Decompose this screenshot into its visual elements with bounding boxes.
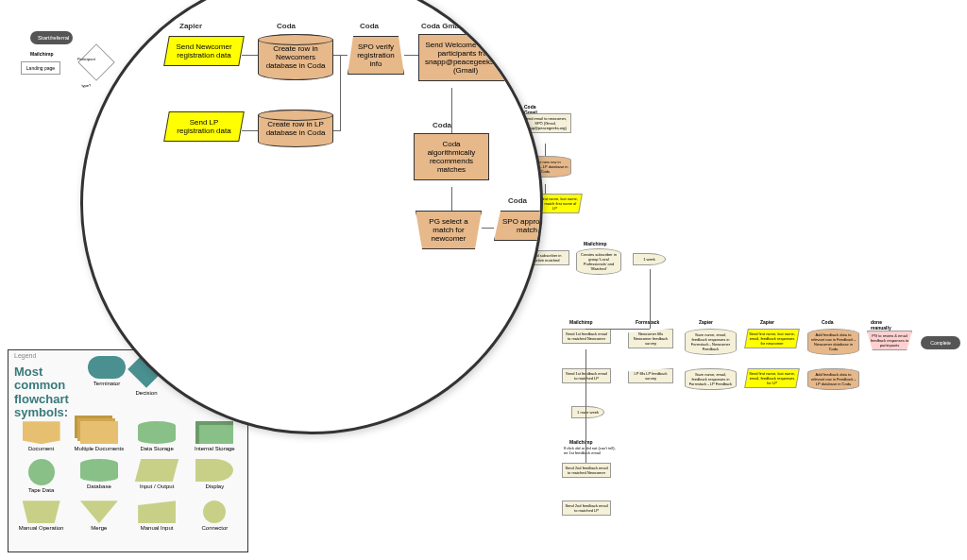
- create-subscriber-cyl: Creates subscriber in group 'Local Profe…: [576, 248, 621, 275]
- one-week-delay: 1 week: [633, 253, 666, 265]
- welcome-email-box: Send Welcome Email to participants from …: [418, 34, 513, 81]
- send-lp-data: Send LP registration data: [163, 111, 245, 142]
- mailchimp-label-2: Mailchimp: [584, 241, 606, 246]
- coda-label-3: Coda: [433, 121, 451, 129]
- zapier-label-3: Zapier: [760, 319, 774, 325]
- participant-decision: Participant type?: [77, 43, 115, 81]
- send-1st-newcomer: Send 1st feedback email to matched Newco…: [562, 329, 611, 344]
- save-lp-feedback: Save name, email, feedback responses in …: [685, 368, 737, 390]
- add-feedback-lp: Add feedback data to relevant row in Fee…: [807, 368, 859, 390]
- save-newcomer-feedback: Save name, email, feedback responses in …: [685, 329, 737, 355]
- manual-label: done manually: [871, 319, 891, 331]
- send-2nd-lp: Send 2nd feedback email to matched LP: [562, 501, 611, 516]
- newcomer-fills-survey: Newcomer fills Newcomer feedback survey: [628, 329, 673, 348]
- legend-terminator: Terminator: [88, 356, 126, 396]
- add-feedback-newcomer: Add feedback data to relevant row in Fee…: [807, 329, 859, 355]
- send-feedback-lp: Send first name, last name, email, feedb…: [744, 368, 800, 388]
- coda-label-5: Coda: [822, 319, 834, 325]
- legend-tape-data: Tape Data: [14, 459, 68, 493]
- coda-label-1: Coda: [277, 22, 296, 30]
- legend-document: Document: [14, 421, 68, 451]
- send-1st-lp: Send 1st feedback email to matched LP: [562, 368, 611, 383]
- legend-data-storage: Data Storage: [130, 421, 184, 451]
- one-more-week-delay: 1 more week: [571, 406, 604, 418]
- send-feedback-newcomer: Send first name, last name, email, feedb…: [744, 329, 800, 348]
- legend-title: Legend: [14, 352, 36, 359]
- mailchimp-label-4: Mailchimp: [569, 439, 592, 445]
- spo-verify: SPO verify registration info: [348, 36, 404, 75]
- coda-label-4: Coda: [508, 196, 527, 205]
- pg-review-box: PG to review & email feedback responses …: [867, 331, 912, 350]
- legend-display: Display: [188, 459, 242, 493]
- legend-header: Most common flowchart symbols:: [14, 365, 80, 419]
- start-terminator: Start/referral: [30, 31, 73, 44]
- spo-approves-match: SPO approves match: [494, 211, 543, 241]
- create-newcomer-row: Create row in Newcomers database in Coda: [258, 34, 333, 80]
- legend-input-output: Input / Output: [130, 459, 184, 493]
- coda-recommends-box: Coda algorithmically recommends matches: [414, 133, 489, 180]
- create-lp-row: Create row in LP database in Coda: [258, 110, 333, 147]
- legend-internal-storage: Internal Storage: [188, 421, 242, 451]
- zapier-label: Zapier: [179, 22, 202, 30]
- mailchimp-label-1: Mailchimp: [30, 51, 53, 57]
- legend-manual-operation: Manual Operation: [14, 501, 68, 531]
- send-2nd-newcomer: Send 2nd feedback email to matched Newco…: [562, 463, 611, 478]
- gmail-pack-label: Coda Gmail Pack: [421, 22, 483, 30]
- legend-database: Database: [72, 459, 126, 493]
- landing-page-box: Landing page: [21, 61, 60, 75]
- legend-merge: Merge: [72, 501, 126, 531]
- mailchimp-label-3: Mailchimp: [569, 319, 592, 325]
- pg-select-match: PG select a match for newcomer: [416, 211, 482, 249]
- legend-manual-input: Manual Input: [130, 501, 184, 531]
- coda-label-2: Coda: [360, 22, 379, 30]
- send-newcomer-data: Send Newcomer registration data: [163, 36, 245, 66]
- reminder-label: If click did or did not (can't tell), ee…: [564, 446, 620, 455]
- legend-multiple-docs: Multiple Documents: [72, 421, 126, 451]
- lp-fills-survey: LP fills LP feedback survey: [628, 368, 673, 383]
- formstack-label: Formstack: [636, 319, 659, 325]
- legend-connector: Connector: [188, 501, 242, 531]
- zapier-label-2: Zapier: [699, 319, 713, 325]
- complete-terminator: Complete: [921, 336, 960, 349]
